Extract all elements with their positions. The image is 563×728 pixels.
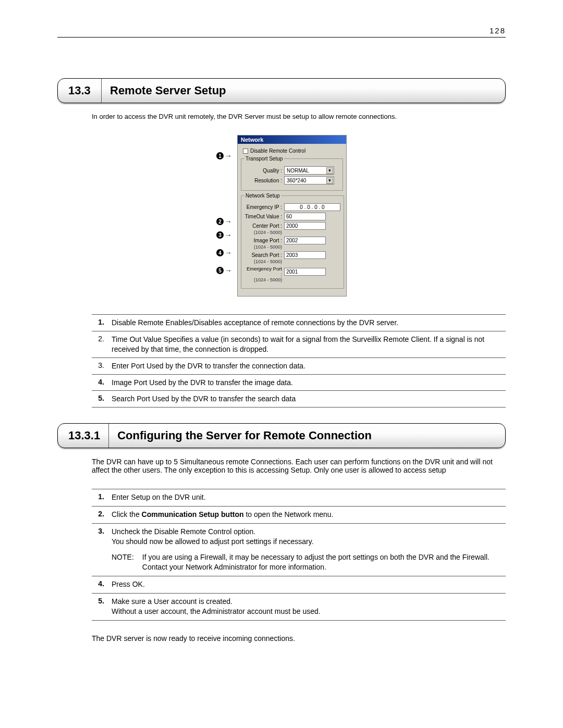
emergency-ip-label: Emergency IP : [244, 204, 282, 210]
explain-num: 2. [92, 335, 104, 354]
callout-5: 5 [216, 267, 224, 274]
center-port-label: Center Port : [244, 223, 282, 229]
step-text: Press OK. [112, 579, 504, 590]
configuration-steps: 1. Enter Setup on the DVR unit. 2. Click… [92, 489, 506, 620]
network-group-legend: Network Setup [244, 193, 281, 199]
emergency-port-label: Emergency Port : [244, 266, 282, 277]
resolution-value: 360*240 [287, 178, 306, 183]
port-range-hint: (1024 - 5000) [244, 230, 282, 235]
explain-text: Search Port Used by the DVR to transfer … [112, 394, 504, 404]
quality-label: Quality : [244, 168, 282, 174]
image-port-input[interactable]: 2002 [284, 237, 326, 244]
section-heading-13-3-1: 13.3.1 Configuring the Server for Remote… [57, 423, 506, 448]
dialog-title: Network [238, 135, 346, 144]
search-port-input[interactable]: 2003 [284, 251, 326, 259]
explain-num: 3. [92, 361, 104, 371]
explain-text: Time Out Value Specifies a value (in sec… [112, 335, 504, 354]
step-line: You should now be allowed to adjust port… [112, 537, 314, 546]
arrow-icon: → [225, 231, 232, 239]
center-port-input[interactable]: 2000 [284, 222, 326, 230]
quality-select[interactable]: NORMAL ▼ [284, 166, 334, 175]
section-heading-13-3: 13.3 Remote Server Setup [57, 78, 506, 103]
port-range-hint: (1024 - 5000) [244, 244, 282, 250]
callout-explanations: 1. Disable Remote Enables/Disables accep… [92, 314, 506, 408]
section-title: Configuring the Server for Remote Connec… [109, 424, 380, 448]
explain-text: Enter Port Used by the DVR to transfer t… [112, 361, 504, 371]
step-line: Uncheck the Disable Remote Control optio… [112, 527, 255, 536]
explain-num: 5. [92, 394, 104, 404]
explain-num: 1. [92, 318, 104, 328]
section-number: 13.3 [58, 79, 102, 103]
note-text: If you are using a Firewall, it may be n… [142, 552, 504, 573]
arrow-icon: → [225, 249, 232, 256]
section-title: Remote Server Setup [102, 79, 235, 103]
arrow-icon: → [225, 267, 232, 274]
resolution-label: Resolution : [244, 178, 282, 183]
resolution-select[interactable]: 360*240 ▼ [284, 176, 334, 184]
step-text: Make sure a User account is created. Wit… [112, 597, 504, 617]
step-text: Uncheck the Disable Remote Control optio… [112, 527, 504, 573]
transport-setup-group: Transport Setup Quality : NORMAL ▼ Resol… [241, 156, 343, 191]
port-range-hint: (1024 - 5000) [244, 277, 282, 282]
step-line: Make sure a User account is created. [112, 597, 232, 606]
step-num: 4. [92, 579, 104, 590]
step-num: 1. [92, 492, 104, 503]
step-num: 5. [92, 597, 104, 617]
explain-text: Image Port Used by the DVR to transfer t… [112, 378, 504, 388]
timeout-input[interactable]: 60 [284, 213, 326, 220]
network-setup-group: Network Setup Emergency IP : 0 . 0 . 0 .… [241, 193, 344, 289]
port-range-hint: (1024 - 5000) [244, 259, 282, 264]
step-text: Click the Communication Setup button to … [112, 510, 504, 520]
image-port-label: Image Port : [244, 238, 282, 243]
explain-text: Disable Remote Enables/Disables acceptan… [112, 318, 504, 328]
callout-4: 4 [216, 249, 224, 256]
explain-num: 4. [92, 378, 104, 388]
emergency-ip-input[interactable]: 0 . 0 . 0 . 0 [284, 203, 340, 211]
disable-remote-checkbox[interactable] [243, 149, 248, 154]
page-number: 128 [57, 26, 506, 38]
disable-remote-label: Disable Remote Control [250, 148, 305, 154]
timeout-label: TimeOut Value : [244, 214, 282, 219]
section-intro: In order to access the DVR unit remotely… [92, 113, 506, 120]
emergency-port-input[interactable]: 2001 [284, 268, 326, 276]
callout-1: 1 [216, 152, 224, 159]
transport-group-legend: Transport Setup [244, 156, 284, 162]
step-num: 2. [92, 510, 104, 520]
note-label: NOTE: [112, 552, 134, 573]
section-number: 13.3.1 [58, 424, 109, 448]
arrow-icon: → [225, 152, 232, 159]
search-port-label: Search Port : [244, 252, 282, 258]
quality-value: NORMAL [287, 168, 309, 174]
chevron-down-icon[interactable]: ▼ [326, 167, 333, 174]
step-text: Enter Setup on the DVR unit. [112, 492, 504, 503]
chevron-down-icon[interactable]: ▼ [326, 177, 333, 184]
network-dialog: Network Disable Remote Control Transport… [237, 135, 347, 297]
section2-intro: The DVR can have up to 5 Simultaneous re… [92, 458, 506, 474]
callout-2: 2 [216, 218, 224, 225]
step-num: 3. [92, 527, 104, 573]
network-dialog-figure: 1→ 2→ 3→ 4→ 5→ Network Disable Remote Co… [57, 135, 506, 297]
step-line: Without a user account, the Administrato… [112, 607, 321, 615]
arrow-icon: → [225, 218, 232, 225]
callout-3: 3 [216, 231, 224, 239]
closing-text: The DVR server is now ready to receive i… [92, 634, 506, 643]
